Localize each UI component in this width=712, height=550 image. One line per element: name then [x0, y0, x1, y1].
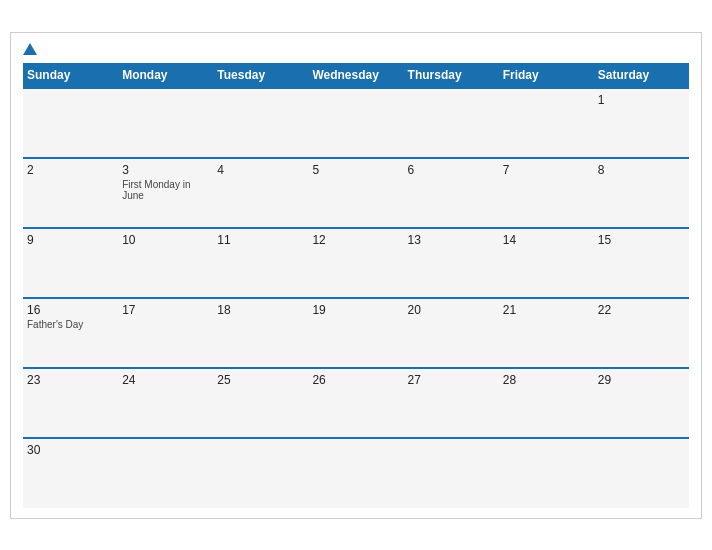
- day-number: 5: [312, 163, 399, 177]
- calendar-cell: 27: [404, 368, 499, 438]
- day-number: 4: [217, 163, 304, 177]
- calendar-cell: 24: [118, 368, 213, 438]
- weekday-header-thursday: Thursday: [404, 63, 499, 88]
- day-number: 20: [408, 303, 495, 317]
- calendar-cell: [404, 438, 499, 508]
- day-number: 9: [27, 233, 114, 247]
- weekday-header-wednesday: Wednesday: [308, 63, 403, 88]
- day-number: 27: [408, 373, 495, 387]
- calendar-cell: 3First Monday in June: [118, 158, 213, 228]
- calendar-cell: [499, 438, 594, 508]
- day-event: First Monday in June: [122, 179, 209, 201]
- calendar-cell: 11: [213, 228, 308, 298]
- weekday-header-sunday: Sunday: [23, 63, 118, 88]
- calendar-tbody: 123First Monday in June45678910111213141…: [23, 88, 689, 508]
- calendar-cell: 4: [213, 158, 308, 228]
- day-number: 19: [312, 303, 399, 317]
- calendar-cell: 18: [213, 298, 308, 368]
- calendar-cell: 17: [118, 298, 213, 368]
- weekday-header-friday: Friday: [499, 63, 594, 88]
- day-number: 18: [217, 303, 304, 317]
- day-number: 28: [503, 373, 590, 387]
- day-number: 15: [598, 233, 685, 247]
- day-number: 7: [503, 163, 590, 177]
- day-number: 3: [122, 163, 209, 177]
- calendar-cell: 29: [594, 368, 689, 438]
- calendar-header: [23, 43, 689, 55]
- calendar-cell: [23, 88, 118, 158]
- calendar-cell: [213, 438, 308, 508]
- day-number: 25: [217, 373, 304, 387]
- calendar-cell: 16Father's Day: [23, 298, 118, 368]
- calendar-cell: [213, 88, 308, 158]
- day-event: Father's Day: [27, 319, 114, 330]
- calendar-cell: [118, 438, 213, 508]
- calendar-cell: 25: [213, 368, 308, 438]
- day-number: 29: [598, 373, 685, 387]
- calendar-cell: [308, 88, 403, 158]
- calendar-cell: 15: [594, 228, 689, 298]
- day-number: 10: [122, 233, 209, 247]
- day-number: 21: [503, 303, 590, 317]
- calendar-cell: [404, 88, 499, 158]
- day-number: 22: [598, 303, 685, 317]
- day-number: 16: [27, 303, 114, 317]
- day-number: 8: [598, 163, 685, 177]
- week-row-1: 23First Monday in June45678: [23, 158, 689, 228]
- calendar-cell: 6: [404, 158, 499, 228]
- calendar-cell: 21: [499, 298, 594, 368]
- calendar-thead: SundayMondayTuesdayWednesdayThursdayFrid…: [23, 63, 689, 88]
- calendar-cell: 23: [23, 368, 118, 438]
- logo-triangle-icon: [23, 43, 37, 55]
- day-number: 24: [122, 373, 209, 387]
- calendar-cell: [118, 88, 213, 158]
- week-row-2: 9101112131415: [23, 228, 689, 298]
- calendar-cell: 30: [23, 438, 118, 508]
- day-number: 13: [408, 233, 495, 247]
- logo-blue-text: [23, 43, 39, 55]
- calendar-cell: 8: [594, 158, 689, 228]
- calendar-cell: 20: [404, 298, 499, 368]
- weekday-header-row: SundayMondayTuesdayWednesdayThursdayFrid…: [23, 63, 689, 88]
- day-number: 30: [27, 443, 114, 457]
- calendar-cell: 5: [308, 158, 403, 228]
- calendar-wrapper: SundayMondayTuesdayWednesdayThursdayFrid…: [10, 32, 702, 519]
- calendar-cell: [594, 438, 689, 508]
- week-row-4: 23242526272829: [23, 368, 689, 438]
- calendar-cell: 28: [499, 368, 594, 438]
- calendar-cell: 13: [404, 228, 499, 298]
- day-number: 12: [312, 233, 399, 247]
- day-number: 26: [312, 373, 399, 387]
- calendar-cell: 10: [118, 228, 213, 298]
- weekday-header-saturday: Saturday: [594, 63, 689, 88]
- calendar-cell: [308, 438, 403, 508]
- week-row-0: 1: [23, 88, 689, 158]
- weekday-header-tuesday: Tuesday: [213, 63, 308, 88]
- weekday-header-monday: Monday: [118, 63, 213, 88]
- day-number: 17: [122, 303, 209, 317]
- day-number: 2: [27, 163, 114, 177]
- calendar-cell: 7: [499, 158, 594, 228]
- calendar-cell: 26: [308, 368, 403, 438]
- day-number: 11: [217, 233, 304, 247]
- calendar-cell: 14: [499, 228, 594, 298]
- calendar-cell: 1: [594, 88, 689, 158]
- calendar-cell: 2: [23, 158, 118, 228]
- day-number: 1: [598, 93, 685, 107]
- week-row-3: 16Father's Day171819202122: [23, 298, 689, 368]
- day-number: 6: [408, 163, 495, 177]
- day-number: 23: [27, 373, 114, 387]
- calendar-cell: 22: [594, 298, 689, 368]
- calendar-grid: SundayMondayTuesdayWednesdayThursdayFrid…: [23, 63, 689, 508]
- calendar-cell: 12: [308, 228, 403, 298]
- logo: [23, 43, 39, 55]
- calendar-cell: 9: [23, 228, 118, 298]
- calendar-cell: 19: [308, 298, 403, 368]
- week-row-5: 30: [23, 438, 689, 508]
- day-number: 14: [503, 233, 590, 247]
- calendar-cell: [499, 88, 594, 158]
